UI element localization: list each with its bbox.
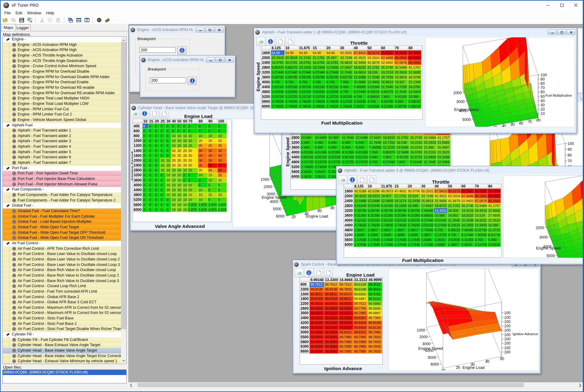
tree-item[interactable]: Global Fuel - Load Based Injection Multi… bbox=[3, 219, 121, 225]
value-cell[interactable]: 10 bbox=[177, 198, 182, 202]
value-cell[interactable]: 25 bbox=[217, 143, 227, 148]
value-cell[interactable]: 10 bbox=[182, 193, 188, 198]
value-cell[interactable]: 2.74505 bbox=[301, 164, 314, 169]
value-cell[interactable]: 99.9084 bbox=[324, 306, 339, 311]
value-cell[interactable]: 20 bbox=[208, 139, 217, 143]
value-cell[interactable]: 2.3529 bbox=[461, 242, 474, 247]
value-cell[interactable]: 99.8321 bbox=[339, 330, 353, 335]
value-cell[interactable]: 1.9607 bbox=[381, 228, 394, 232]
value-cell[interactable]: 5.09795 bbox=[407, 208, 421, 213]
value-cell[interactable]: 3.92150 bbox=[326, 84, 339, 89]
tree-group-engine-[interactable]: Engine - bbox=[3, 37, 121, 42]
value-cell[interactable]: 99.9160 bbox=[324, 325, 339, 330]
value-cell[interactable]: 0 bbox=[160, 124, 166, 129]
value-cell[interactable]: 25.097 bbox=[326, 55, 339, 60]
value-cell[interactable]: 0 bbox=[148, 198, 154, 202]
value-cell[interactable]: 99.8321 bbox=[353, 330, 368, 335]
value-cell[interactable]: 4.705 bbox=[271, 80, 285, 84]
info-icon[interactable] bbox=[140, 111, 149, 118]
value-cell[interactable]: 10 bbox=[182, 168, 188, 173]
value-cell[interactable]: 0 bbox=[154, 158, 160, 163]
value-cell[interactable]: 0 bbox=[154, 143, 160, 148]
value-cell[interactable]: 99.9084 bbox=[339, 306, 353, 311]
value-cell[interactable]: 54.90 bbox=[271, 50, 285, 55]
value-cell[interactable]: 21.1761 bbox=[396, 135, 410, 140]
value-table[interactable]: 8.1251011.8751520304050607080160043.5286… bbox=[344, 184, 501, 247]
value-cell[interactable]: 2.3529 bbox=[301, 169, 314, 174]
value-cell[interactable]: 5.09795 bbox=[394, 208, 407, 213]
value-cell[interactable]: 5.490 bbox=[341, 140, 355, 145]
value-cell[interactable]: 53.3324 bbox=[447, 194, 461, 198]
value-cell[interactable]: 99.4552 bbox=[368, 287, 382, 292]
value-cell[interactable]: 5 bbox=[208, 187, 217, 192]
value-cell[interactable]: 53.3324 bbox=[367, 55, 381, 60]
cut-icon[interactable] bbox=[38, 17, 46, 23]
value-cell[interactable]: 67.8419 bbox=[434, 189, 447, 194]
value-cell[interactable]: 0 bbox=[143, 143, 148, 148]
value-cell[interactable]: 8.62730 bbox=[488, 232, 501, 237]
value-cell[interactable]: 17.6467 bbox=[369, 135, 382, 140]
value-cell[interactable]: 10 bbox=[208, 133, 217, 138]
value-cell[interactable]: 21.5682 bbox=[488, 208, 501, 213]
value-cell[interactable]: 99.6108 bbox=[353, 287, 368, 292]
value-cell[interactable]: 10.5880 bbox=[314, 135, 328, 140]
value-cell[interactable]: 0 bbox=[143, 193, 148, 198]
value-cell[interactable]: 12.9409 bbox=[423, 155, 437, 160]
maximize-button[interactable] bbox=[216, 57, 224, 63]
value-cell[interactable]: 1.17645 bbox=[354, 242, 367, 247]
value-cell[interactable]: 5.09795 bbox=[394, 104, 408, 109]
value-cell[interactable]: 3.92150 bbox=[381, 218, 394, 223]
value-cell[interactable]: 10 bbox=[182, 187, 188, 192]
value-cell[interactable]: 10 bbox=[171, 187, 177, 192]
tree-item[interactable]: Engine - Cruise Control Active Minimum S… bbox=[3, 64, 121, 69]
value-cell[interactable]: 99.6887 bbox=[368, 311, 382, 316]
value-cell[interactable]: 7.058 bbox=[369, 150, 382, 155]
value-cell[interactable]: 99.9084 bbox=[310, 330, 324, 335]
value-cell[interactable]: 2.74505 bbox=[367, 223, 381, 228]
value-cell[interactable]: 99.9982 bbox=[488, 194, 501, 198]
value-cell[interactable]: 15 bbox=[198, 193, 208, 198]
value-cell[interactable]: 3.92150 bbox=[328, 155, 341, 160]
mdi-horizontal-scrollbar[interactable]: ❮ ❯ bbox=[128, 382, 583, 388]
value-cell[interactable]: 83.5279 bbox=[447, 189, 461, 194]
value-table[interactable]: 8.1251011.8751520304050607080160054.9054… bbox=[261, 46, 422, 109]
value-cell[interactable]: 0 bbox=[166, 202, 171, 207]
value-cell[interactable]: 11.7645 bbox=[423, 160, 437, 164]
maximize-button[interactable] bbox=[557, 29, 566, 35]
tile-vertical-icon[interactable] bbox=[83, 17, 91, 23]
value-cell[interactable]: 21.960 bbox=[423, 145, 437, 150]
value-cell[interactable]: 2.74505 bbox=[326, 104, 339, 109]
value-cell[interactable]: 5.490 bbox=[369, 155, 382, 160]
value-cell[interactable]: 99.8611 bbox=[310, 292, 324, 297]
value-cell[interactable]: 0 bbox=[160, 129, 166, 133]
value-cell[interactable]: 4.705 bbox=[312, 80, 326, 84]
value-cell[interactable]: 1.5686 bbox=[407, 232, 421, 237]
tree-item[interactable]: Port Fuel - Port Injector Minimum Allowe… bbox=[3, 182, 121, 187]
scrollbar-thumb[interactable] bbox=[121, 42, 126, 329]
close-button[interactable] bbox=[567, 29, 575, 35]
value-cell[interactable]: 20 bbox=[217, 139, 227, 143]
value-cell[interactable]: 54.90 bbox=[326, 50, 339, 55]
value-cell[interactable]: 3.52935 bbox=[447, 237, 461, 242]
value-cell[interactable]: 0 bbox=[217, 129, 227, 133]
value-cell[interactable]: 4.31365 bbox=[407, 213, 421, 218]
value-cell[interactable]: 43.5286 bbox=[354, 189, 367, 194]
value-cell[interactable]: 7.45085 bbox=[421, 208, 434, 213]
value-cell[interactable]: 20 bbox=[198, 139, 208, 143]
value-cell[interactable]: 10 bbox=[166, 158, 171, 163]
value-cell[interactable]: 0 bbox=[154, 173, 160, 178]
value-cell[interactable]: 5 bbox=[208, 198, 217, 202]
value-cell[interactable]: 2.74505 bbox=[285, 99, 298, 104]
value-cell[interactable]: 1.875 bbox=[188, 207, 198, 212]
value-cell[interactable]: 0 bbox=[166, 148, 171, 153]
value-cell[interactable]: 83.5279 bbox=[367, 50, 381, 55]
value-cell[interactable]: 23.529 bbox=[407, 194, 421, 198]
value-cell[interactable]: 1.9607 bbox=[394, 228, 407, 232]
value-cell[interactable]: 17.2546 bbox=[367, 75, 381, 80]
value-cell[interactable]: 10 bbox=[177, 139, 182, 143]
value-cell[interactable]: 10 bbox=[177, 178, 182, 183]
value-cell[interactable]: 18.038 bbox=[367, 70, 381, 75]
value-cell[interactable]: 1.17645 bbox=[407, 237, 421, 242]
value-table[interactable]: 9.9934813.330016.666633.333349.999960099… bbox=[300, 277, 382, 354]
tree-item[interactable]: Global Fuel - Wide Open Fuel Target ON T… bbox=[3, 235, 121, 241]
